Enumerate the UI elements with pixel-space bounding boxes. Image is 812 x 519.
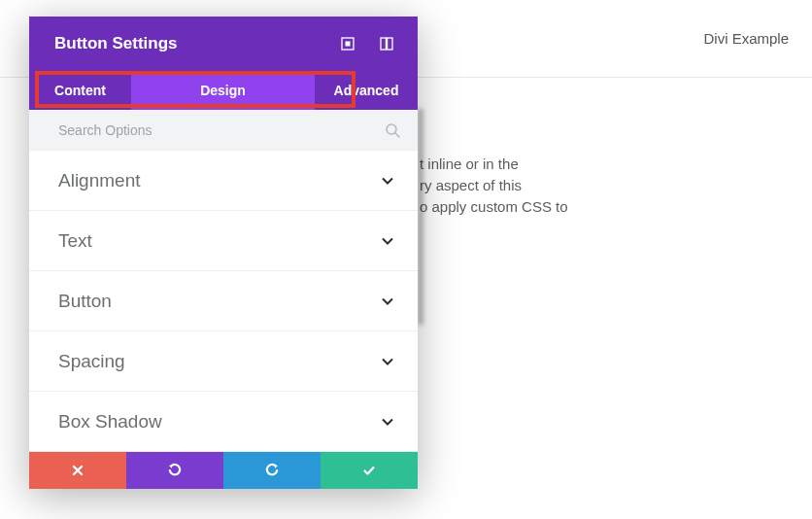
chevron-down-icon xyxy=(381,294,394,308)
expand-icon-svg xyxy=(341,37,355,51)
acc-label: Spacing xyxy=(58,351,381,372)
top-nav-link[interactable]: Divi Example xyxy=(703,30,789,47)
chevron-down-icon xyxy=(381,234,394,248)
panel-content: Alignment Text Button Spacing Box Shadow xyxy=(29,110,418,452)
svg-rect-3 xyxy=(386,38,388,50)
tab-content[interactable]: Content xyxy=(29,71,131,110)
undo-button[interactable] xyxy=(126,452,223,489)
settings-panel: Button Settings Content Design Advanced xyxy=(29,17,418,489)
cancel-button[interactable] xyxy=(29,452,126,489)
acc-alignment[interactable]: Alignment xyxy=(29,151,418,211)
acc-boxshadow[interactable]: Box Shadow xyxy=(29,392,418,452)
expand-icon[interactable] xyxy=(332,28,363,59)
search-icon xyxy=(385,122,400,138)
columns-icon-svg xyxy=(380,37,393,51)
chevron-down-icon xyxy=(381,355,394,368)
acc-button[interactable]: Button xyxy=(29,271,418,331)
tab-advanced[interactable]: Advanced xyxy=(315,71,418,110)
acc-label: Box Shadow xyxy=(58,411,381,432)
search-row xyxy=(29,110,418,150)
acc-label: Button xyxy=(58,291,381,312)
redo-button[interactable] xyxy=(223,452,321,489)
panel-title: Button Settings xyxy=(54,34,324,53)
bg-text-line: o apply custom CSS to xyxy=(420,196,568,218)
bg-text-line: ry aspect of this xyxy=(420,175,568,196)
panel-shadow xyxy=(418,109,423,325)
columns-icon[interactable] xyxy=(371,28,402,59)
background-text: t inline or in the ry aspect of this o a… xyxy=(420,154,568,218)
check-icon xyxy=(362,464,376,477)
redo-icon xyxy=(264,463,280,478)
accordion: Alignment Text Button Spacing Box Shadow xyxy=(29,150,418,452)
undo-icon xyxy=(167,463,183,478)
acc-label: Text xyxy=(58,230,381,252)
panel-header: Button Settings xyxy=(29,17,418,71)
acc-spacing[interactable]: Spacing xyxy=(29,331,418,392)
close-icon xyxy=(72,465,84,476)
chevron-down-icon xyxy=(381,174,394,188)
search-input[interactable] xyxy=(58,122,385,138)
acc-label: Alignment xyxy=(58,170,381,191)
save-button[interactable] xyxy=(321,452,418,489)
svg-line-5 xyxy=(395,133,399,137)
acc-text[interactable]: Text xyxy=(29,211,418,271)
panel-footer xyxy=(29,452,418,489)
tab-design[interactable]: Design xyxy=(131,71,315,110)
tab-bar: Content Design Advanced xyxy=(29,71,418,110)
bg-text-line: t inline or in the xyxy=(420,154,568,175)
chevron-down-icon xyxy=(381,415,394,429)
svg-rect-1 xyxy=(346,42,351,47)
